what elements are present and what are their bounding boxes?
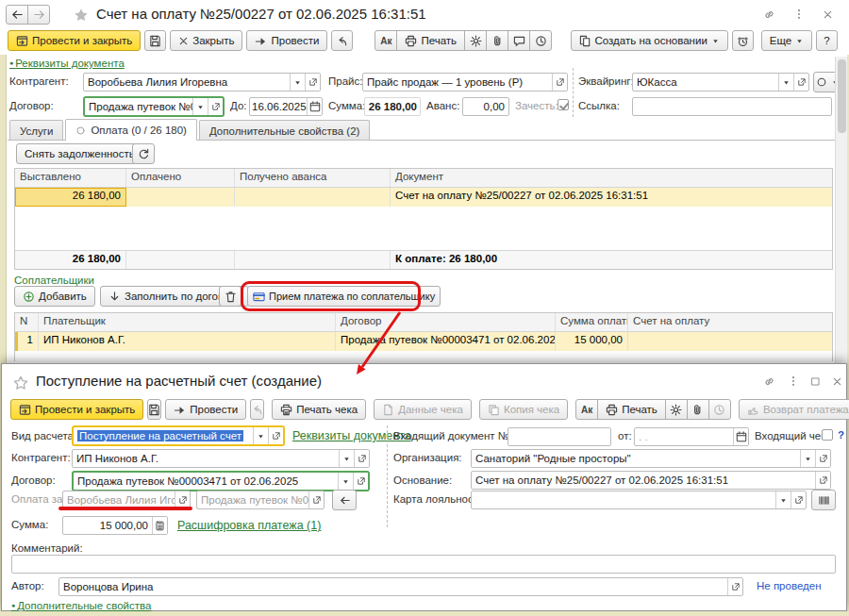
incoming-check-checkbox[interactable] <box>822 429 833 441</box>
print-check-button[interactable]: Печать чека <box>272 399 366 420</box>
tab-extra-props[interactable]: Дополнительные свойства (2) <box>199 120 370 141</box>
contractor-open[interactable] <box>305 74 320 91</box>
loyalty-barcode-button[interactable] <box>811 490 836 510</box>
get-link-icon[interactable] <box>760 373 777 390</box>
close-button[interactable]: Закрыть <box>170 30 242 51</box>
forward-button[interactable] <box>27 5 50 25</box>
help-button[interactable]: ? <box>816 30 838 51</box>
acquiring-open[interactable] <box>793 74 808 91</box>
refund-button[interactable]: Возврат платежа <box>739 399 849 420</box>
payment-decode-link[interactable]: Расшифровка платежа (1) <box>177 519 321 532</box>
contract-field[interactable]: Продажа путевок №00003470 о <box>83 96 225 117</box>
kind-open[interactable] <box>268 427 283 444</box>
price-field[interactable]: Прайс продаж — 1 уровень (Р) <box>362 73 568 92</box>
remove-debt-button[interactable]: Снять задолженность <box>16 143 143 164</box>
acquiring-dropdown[interactable] <box>778 74 793 91</box>
pay-for-back-button[interactable] <box>332 490 357 510</box>
organization-field[interactable]: Санаторий "Родные просторы" <box>471 449 831 468</box>
save-button[interactable] <box>147 399 161 420</box>
calculator-button[interactable] <box>152 517 167 534</box>
history-button[interactable] <box>529 30 552 51</box>
contractor-field[interactable]: ИП Никонов А.Г. <box>72 449 370 468</box>
post-button[interactable]: Провести <box>165 399 246 420</box>
attachments-button[interactable] <box>687 399 709 420</box>
cell-advance[interactable] <box>235 188 391 207</box>
contractor-field[interactable]: Воробьева Лилия Игоревна <box>83 73 321 92</box>
contract-dropdown[interactable] <box>192 98 208 115</box>
reminder-button[interactable] <box>732 30 754 51</box>
create-based-button[interactable]: Создать на основании <box>571 30 728 51</box>
copayers-table-header[interactable]: N Плательщик Договор Сумма оплаты Счет н… <box>15 313 832 332</box>
cell-billed[interactable]: 26 180,00 <box>15 188 126 207</box>
accept-copayer-payment-button[interactable]: Прием платежа по соплательщику <box>247 286 441 307</box>
due-calendar-button[interactable] <box>307 98 322 115</box>
extra-props-link[interactable]: Дополнительные свойства <box>11 600 151 611</box>
basis-open[interactable] <box>815 472 830 489</box>
kind-dropdown[interactable] <box>253 427 268 444</box>
loyalty-open[interactable] <box>791 491 806 508</box>
tab-payment[interactable]: Оплата (0 / 26 180) <box>65 119 197 141</box>
payments-table-header[interactable]: Выставлено Оплачено Получено аванса Доку… <box>15 169 832 188</box>
maximize-icon[interactable] <box>807 373 824 390</box>
price-open[interactable] <box>552 74 567 91</box>
tab-services[interactable]: Услуги <box>9 120 63 141</box>
comment-field[interactable] <box>11 555 836 574</box>
attachments-button[interactable] <box>486 30 508 51</box>
history-button[interactable] <box>708 399 731 420</box>
favorite-star-icon[interactable] <box>13 375 28 391</box>
undo-button[interactable] <box>250 399 264 420</box>
post-button[interactable]: Провести <box>246 30 327 51</box>
print-button[interactable]: Печать <box>396 30 465 51</box>
advance-field[interactable]: 0,00 <box>462 97 509 116</box>
incoming-check-help[interactable]: ? <box>838 429 844 441</box>
save-button[interactable] <box>144 30 166 51</box>
print-button[interactable]: Печать <box>597 399 666 420</box>
incoming-doc-field[interactable] <box>508 427 611 446</box>
back-button[interactable] <box>6 5 28 25</box>
cell-document[interactable]: Счет на оплату №25/00227 от 02.06.2025 1… <box>391 188 832 207</box>
check-data-button[interactable]: Данные чека <box>374 399 472 420</box>
cell-contract[interactable]: Продажа путевок №00003471 от 02.06.2025 <box>336 332 556 351</box>
cell-n[interactable]: 1 <box>15 332 39 351</box>
post-and-close-button[interactable]: Провести и закрыть <box>8 30 141 51</box>
cell-payer[interactable]: ИП Никонов А.Г. <box>39 332 336 351</box>
kind-field[interactable]: Поступление на расчетный счет <box>72 425 285 446</box>
commands-button[interactable] <box>665 399 688 420</box>
delete-copayer-button[interactable] <box>219 286 241 307</box>
translit-button[interactable]: Ак <box>375 30 397 51</box>
author-field[interactable]: Воронцова Ирина <box>58 577 743 596</box>
contract-dropdown[interactable] <box>338 473 353 490</box>
author-open[interactable] <box>727 578 742 595</box>
pay-for-contract-field[interactable]: Продажа путевок №0000347 <box>196 491 325 509</box>
check-copy-button[interactable]: Копия чека <box>479 399 568 420</box>
favorite-star-icon[interactable] <box>74 8 89 23</box>
window-menu-icon[interactable] <box>791 6 807 23</box>
refresh-button[interactable] <box>132 143 155 164</box>
cell-paid[interactable] <box>126 188 235 207</box>
close-window-icon[interactable] <box>819 6 836 23</box>
more-button[interactable]: Еще <box>761 30 812 51</box>
due-date-field[interactable]: 16.06.2025 <box>249 97 323 116</box>
cell-pay-sum[interactable]: 15 000,00 <box>556 332 628 351</box>
post-and-close-button[interactable]: Провести и закрыть <box>10 399 143 420</box>
contractor-open[interactable] <box>354 450 369 467</box>
contract-open[interactable] <box>353 473 368 490</box>
contract-field[interactable]: Продажа путевок №00003471 от 02.06.2025 <box>72 471 370 491</box>
contract-open[interactable] <box>208 98 223 115</box>
pay-for-person-open[interactable] <box>175 491 190 508</box>
scrollbar-thumb[interactable] <box>838 59 846 133</box>
pay-for-person-field[interactable]: Воробьева Лилия Игоревна <box>62 491 191 509</box>
get-link-icon[interactable] <box>760 6 777 23</box>
acquiring-field[interactable]: ЮКасса <box>632 73 809 92</box>
sum-field[interactable]: 26 180,00 <box>364 97 421 116</box>
table-empty-space[interactable] <box>15 207 832 250</box>
pay-for-contract-open[interactable] <box>308 491 324 508</box>
loyalty-dropdown[interactable] <box>775 491 791 508</box>
contractor-dropdown[interactable] <box>339 450 354 467</box>
contractor-dropdown[interactable] <box>290 74 305 91</box>
basis-field[interactable]: Счет на оплату №25/00227 от 02.06.2025 1… <box>471 471 831 490</box>
reference-field[interactable] <box>632 97 832 116</box>
offset-checkbox[interactable] <box>558 99 569 110</box>
undo-button[interactable] <box>331 30 353 51</box>
doc-requisites-link[interactable]: Реквизиты документа <box>9 58 125 69</box>
